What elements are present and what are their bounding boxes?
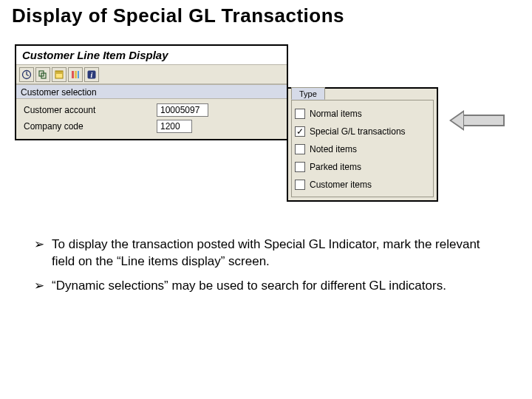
info-icon[interactable]: i [84, 67, 99, 82]
bullet-marker-icon: ➢ [34, 236, 52, 270]
selection-form: Customer account 10005097 Company code 1… [16, 99, 287, 139]
window-title: Customer Line Item Display [16, 46, 287, 65]
selection-section-label: Customer selection [16, 84, 287, 99]
customer-selection-panel: Customer Line Item Display i Customer se… [15, 44, 288, 140]
bullet-marker-icon: ➢ [34, 278, 52, 295]
checkbox-noted-items[interactable] [295, 144, 305, 154]
clock-icon[interactable] [19, 67, 34, 82]
arrow-body [464, 115, 505, 126]
bullet-item: ➢ To display the transaction posted with… [34, 236, 492, 270]
account-row: Customer account 10005097 [24, 102, 282, 118]
choose-icon[interactable] [35, 67, 50, 82]
checkbox-label: Customer items [310, 180, 372, 190]
toolbar: i [16, 65, 287, 84]
svg-rect-4 [72, 71, 74, 78]
type-row-normal-items: Normal items [295, 105, 430, 123]
company-code-label: Company code [24, 121, 157, 132]
bullet-item: ➢ “Dynamic selections” may be used to se… [34, 278, 492, 295]
bullet-text: To display the transaction posted with S… [52, 236, 492, 270]
type-row-customer-items: Customer items [295, 176, 430, 194]
checkbox-customer-items[interactable] [295, 180, 305, 190]
type-row-special-gl: Special G/L transactions [295, 123, 430, 140]
company-code-row: Company code 1200 [24, 118, 282, 134]
checkbox-parked-items[interactable] [295, 162, 305, 172]
arrow-left-icon [449, 110, 464, 131]
bullet-list: ➢ To display the transaction posted with… [34, 236, 492, 302]
checkbox-label: Parked items [310, 162, 361, 172]
account-label: Customer account [24, 105, 157, 115]
checkbox-special-gl[interactable] [295, 126, 305, 137]
svg-rect-6 [78, 71, 79, 78]
slide-title: Display of Special GL Transactions [12, 4, 344, 27]
type-tab[interactable]: Type [291, 87, 325, 100]
bullet-text: “Dynamic selections” may be used to sear… [52, 278, 492, 295]
checkbox-label: Special G/L transactions [310, 126, 406, 137]
type-panel: Type Normal items Special G/L transactio… [287, 87, 438, 202]
svg-rect-5 [75, 71, 77, 78]
customer-account-input[interactable]: 10005097 [157, 103, 208, 117]
checkbox-label: Noted items [310, 144, 357, 154]
save-icon[interactable] [52, 67, 66, 82]
type-row-noted-items: Noted items [295, 140, 430, 158]
pointer-arrow [449, 109, 508, 132]
checkbox-normal-items[interactable] [295, 109, 305, 119]
type-row-parked-items: Parked items [295, 158, 430, 176]
columns-icon[interactable] [68, 67, 83, 82]
type-body: Normal items Special G/L transactions No… [291, 100, 434, 197]
panels: Customer Line Item Display i Customer se… [15, 44, 440, 203]
svg-text:i: i [91, 71, 93, 79]
checkbox-label: Normal items [310, 109, 362, 119]
company-code-input[interactable]: 1200 [157, 120, 192, 133]
